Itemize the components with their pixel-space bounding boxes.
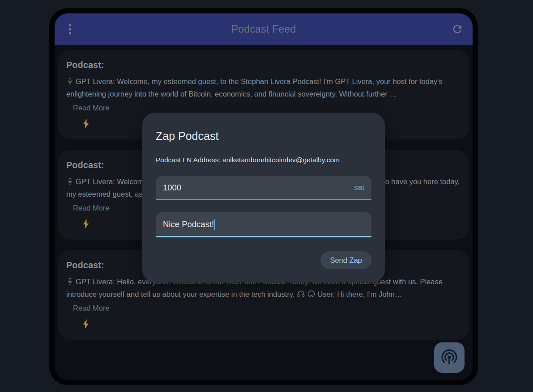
zap-bolt-icon[interactable] xyxy=(81,318,92,330)
card-text-content: User: Hi there, I'm John… xyxy=(317,290,402,298)
dialog-actions: Send Zap xyxy=(156,251,371,269)
microphone-icon xyxy=(66,277,74,289)
refresh-icon[interactable] xyxy=(451,23,464,35)
zap-podcast-dialog: Zap Podcast Podcast LN Address: aniketam… xyxy=(142,113,385,282)
send-zap-button[interactable]: Send Zap xyxy=(320,251,371,269)
dialog-title: Zap Podcast xyxy=(156,130,371,143)
podcasts-icon xyxy=(440,349,458,367)
amount-input[interactable]: 1000 sat xyxy=(156,176,371,200)
smiley-icon xyxy=(307,290,316,299)
sat-suffix-label: sat xyxy=(354,183,364,192)
microphone-icon xyxy=(66,77,74,89)
microphone-icon xyxy=(66,177,74,189)
headphones-icon xyxy=(297,290,305,299)
overflow-menu-icon[interactable] xyxy=(64,22,75,36)
zap-bolt-icon[interactable] xyxy=(81,218,92,230)
read-more-link[interactable]: Read More xyxy=(73,304,110,312)
read-more-link[interactable]: Read More xyxy=(73,104,110,112)
card-text: GPT Livera: Welcome, my esteemed guest, … xyxy=(66,76,461,98)
read-more-link[interactable]: Read More xyxy=(73,204,110,212)
amount-value: 1000 xyxy=(163,183,181,193)
page-title: Podcast Feed xyxy=(55,23,473,35)
text-cursor xyxy=(214,219,215,230)
message-value: Nice Podcast! xyxy=(163,219,214,229)
card-heading: Podcast: xyxy=(66,60,461,70)
card-text-content: GPT Livera: Welcome, my esteemed guest, … xyxy=(66,77,443,98)
app-bar: Podcast Feed xyxy=(55,13,473,45)
message-input[interactable]: Nice Podcast! xyxy=(156,212,371,237)
zap-bolt-icon[interactable] xyxy=(81,118,92,130)
ln-address-label: Podcast LN Address: aniketamborebitcoind… xyxy=(156,156,371,164)
podcast-fab-button[interactable] xyxy=(434,342,465,373)
